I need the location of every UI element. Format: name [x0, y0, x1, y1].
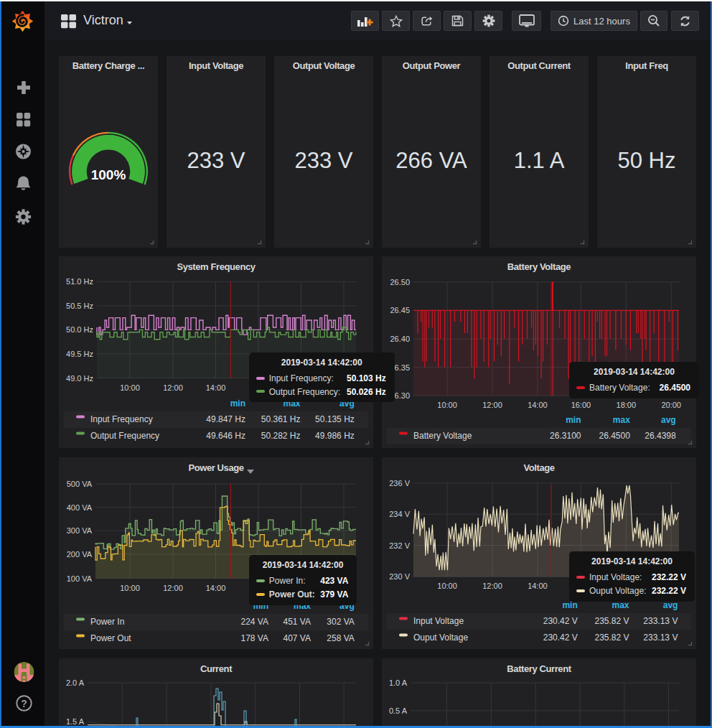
svg-text:Power Out: Power Out — [90, 633, 131, 643]
svg-text:50.282 Hz: 50.282 Hz — [261, 431, 301, 441]
svg-text:max: max — [613, 415, 630, 425]
svg-text:12:00: 12:00 — [163, 383, 183, 392]
svg-text:300 VA: 300 VA — [67, 526, 93, 535]
svg-text:10:00: 10:00 — [437, 401, 457, 409]
svg-text:236 V: 236 V — [389, 479, 410, 487]
svg-text:?: ? — [21, 698, 27, 709]
svg-text:min: min — [230, 398, 245, 409]
svg-text:avg: avg — [663, 600, 678, 610]
svg-text:233.13 V: 233.13 V — [643, 633, 678, 643]
svg-text:14:00: 14:00 — [528, 401, 548, 409]
svg-text:26.4500: 26.4500 — [599, 431, 631, 441]
svg-text:2.0 A: 2.0 A — [66, 678, 85, 687]
svg-text:51.0 Hz: 51.0 Hz — [66, 277, 93, 286]
svg-text:12:00: 12:00 — [482, 401, 502, 409]
svg-text:258 VA: 258 VA — [327, 633, 354, 643]
svg-text:50.361 Hz: 50.361 Hz — [261, 414, 301, 424]
svg-text:230.42 V: 230.42 V — [543, 633, 578, 643]
svg-text:14:00: 14:00 — [206, 383, 226, 392]
svg-text:min: min — [562, 600, 577, 610]
svg-text:224 VA: 224 VA — [241, 617, 268, 627]
svg-text:12:00: 12:00 — [482, 582, 502, 590]
svg-text:230 V: 230 V — [389, 572, 410, 581]
svg-text:1.0 A: 1.0 A — [389, 678, 408, 687]
svg-text:49.986 Hz: 49.986 Hz — [315, 431, 355, 441]
svg-text:233.13 V: 233.13 V — [643, 616, 678, 626]
svg-text:26.4398: 26.4398 — [645, 431, 676, 441]
svg-text:max: max — [612, 600, 629, 610]
svg-text:avg: avg — [661, 415, 676, 425]
svg-text:302 VA: 302 VA — [327, 617, 354, 627]
svg-text:235.82 V: 235.82 V — [594, 633, 629, 643]
svg-text:Input Voltage: Input Voltage — [413, 616, 464, 626]
svg-text:1.5 A: 1.5 A — [66, 717, 85, 726]
svg-text:26.40: 26.40 — [390, 335, 410, 343]
svg-text:Output Frequency: Output Frequency — [90, 431, 159, 441]
svg-text:20:00: 20:00 — [661, 401, 681, 409]
svg-text:16:00: 16:00 — [571, 401, 591, 409]
svg-text:234 V: 234 V — [389, 510, 410, 518]
svg-text:232 V: 232 V — [389, 541, 410, 550]
svg-text:50.5 Hz: 50.5 Hz — [66, 302, 93, 310]
svg-text:26.45: 26.45 — [390, 306, 410, 314]
svg-text:10:00: 10:00 — [120, 383, 140, 392]
svg-text:49.847 Hz: 49.847 Hz — [206, 414, 245, 424]
svg-text:12:00: 12:00 — [163, 584, 183, 592]
svg-text:min: min — [566, 415, 581, 425]
svg-text:14:00: 14:00 — [528, 582, 548, 590]
svg-text:49.5 Hz: 49.5 Hz — [66, 350, 93, 358]
svg-text:14:00: 14:00 — [206, 584, 226, 592]
svg-text:Battery Voltage: Battery Voltage — [413, 431, 472, 441]
svg-text:49.0 Hz: 49.0 Hz — [66, 374, 93, 383]
svg-text:407 VA: 407 VA — [284, 633, 311, 643]
svg-text:18:00: 18:00 — [617, 401, 637, 409]
svg-text:26.3100: 26.3100 — [550, 431, 581, 441]
svg-text:10:00: 10:00 — [437, 582, 457, 590]
svg-text:230.42 V: 230.42 V — [543, 616, 578, 626]
svg-text:451 VA: 451 VA — [284, 617, 311, 627]
svg-text:500 VA: 500 VA — [67, 480, 93, 488]
svg-text:200 VA: 200 VA — [67, 550, 93, 559]
svg-text:100%: 100% — [91, 167, 126, 182]
svg-text:Power In: Power In — [90, 617, 124, 627]
svg-text:50.0 Hz: 50.0 Hz — [66, 325, 93, 334]
svg-text:178 VA: 178 VA — [241, 633, 268, 643]
svg-text:Input Frequency: Input Frequency — [90, 414, 153, 424]
svg-text:400 VA: 400 VA — [67, 503, 93, 512]
svg-text:235.82 V: 235.82 V — [594, 616, 629, 626]
svg-text:Ouput Voltage: Ouput Voltage — [413, 633, 468, 643]
svg-text:100 VA: 100 VA — [67, 574, 93, 583]
svg-text:50.135 Hz: 50.135 Hz — [315, 414, 355, 424]
svg-text:49.646 Hz: 49.646 Hz — [206, 431, 245, 441]
svg-text:26.50: 26.50 — [390, 278, 410, 286]
svg-text:0.5 A: 0.5 A — [389, 706, 408, 715]
svg-text:10:00: 10:00 — [120, 584, 140, 592]
